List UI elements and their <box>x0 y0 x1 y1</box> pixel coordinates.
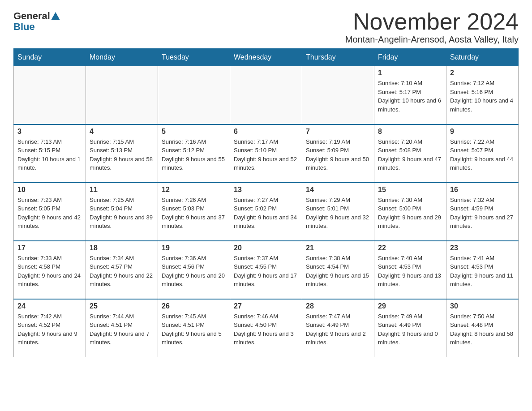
column-header-sunday: Sunday <box>14 49 86 66</box>
day-info: Sunrise: 7:27 AMSunset: 5:02 PMDaylight:… <box>234 196 298 231</box>
calendar-cell: 29Sunrise: 7:49 AMSunset: 4:49 PMDayligh… <box>374 299 446 357</box>
day-number: 4 <box>90 128 154 136</box>
calendar-cell: 22Sunrise: 7:40 AMSunset: 4:53 PMDayligh… <box>374 241 446 299</box>
logo-blue-text: Blue <box>13 21 35 33</box>
calendar-cell: 5Sunrise: 7:16 AMSunset: 5:12 PMDaylight… <box>158 124 230 183</box>
day-info: Sunrise: 7:42 AMSunset: 4:52 PMDaylight:… <box>17 312 82 347</box>
day-info: Sunrise: 7:17 AMSunset: 5:10 PMDaylight:… <box>234 137 298 172</box>
location-title: Montan-Angelin-Arensod, Aosta Valley, It… <box>345 34 519 45</box>
calendar-cell: 27Sunrise: 7:46 AMSunset: 4:50 PMDayligh… <box>230 299 302 357</box>
day-info: Sunrise: 7:20 AMSunset: 5:08 PMDaylight:… <box>378 137 442 172</box>
calendar-cell <box>158 66 230 124</box>
calendar-cell: 11Sunrise: 7:25 AMSunset: 5:04 PMDayligh… <box>86 183 158 241</box>
calendar-cell <box>302 66 374 124</box>
column-header-saturday: Saturday <box>446 49 519 66</box>
day-number: 12 <box>162 186 226 194</box>
day-number: 24 <box>17 302 82 310</box>
logo-triangle-icon <box>51 12 60 20</box>
calendar-cell: 28Sunrise: 7:47 AMSunset: 4:49 PMDayligh… <box>302 299 374 357</box>
day-info: Sunrise: 7:45 AMSunset: 4:51 PMDaylight:… <box>162 312 226 347</box>
title-area: November 2024 Montan-Angelin-Arensod, Ao… <box>345 9 519 45</box>
day-info: Sunrise: 7:19 AMSunset: 5:09 PMDaylight:… <box>306 137 370 172</box>
calendar-table: SundayMondayTuesdayWednesdayThursdayFrid… <box>13 48 519 357</box>
day-info: Sunrise: 7:16 AMSunset: 5:12 PMDaylight:… <box>162 137 226 172</box>
day-info: Sunrise: 7:30 AMSunset: 5:00 PMDaylight:… <box>378 196 442 231</box>
day-info: Sunrise: 7:26 AMSunset: 5:03 PMDaylight:… <box>162 196 226 231</box>
calendar-cell: 2Sunrise: 7:12 AMSunset: 5:16 PMDaylight… <box>446 66 519 124</box>
calendar-cell: 16Sunrise: 7:32 AMSunset: 4:59 PMDayligh… <box>446 183 519 241</box>
column-header-thursday: Thursday <box>302 49 374 66</box>
calendar-week-row: 1Sunrise: 7:10 AMSunset: 5:17 PMDaylight… <box>14 66 519 124</box>
day-info: Sunrise: 7:22 AMSunset: 5:07 PMDaylight:… <box>450 137 515 172</box>
calendar-cell: 18Sunrise: 7:34 AMSunset: 4:57 PMDayligh… <box>86 241 158 299</box>
day-number: 6 <box>234 128 298 136</box>
day-info: Sunrise: 7:49 AMSunset: 4:49 PMDaylight:… <box>378 312 442 347</box>
calendar-cell <box>14 66 86 124</box>
day-info: Sunrise: 7:13 AMSunset: 5:15 PMDaylight:… <box>17 137 82 172</box>
day-number: 14 <box>306 186 370 194</box>
day-number: 28 <box>306 302 370 310</box>
day-info: Sunrise: 7:32 AMSunset: 4:59 PMDaylight:… <box>450 196 515 231</box>
day-info: Sunrise: 7:12 AMSunset: 5:16 PMDaylight:… <box>450 79 515 114</box>
day-info: Sunrise: 7:37 AMSunset: 4:55 PMDaylight:… <box>234 254 298 289</box>
calendar-cell <box>86 66 158 124</box>
calendar-cell: 8Sunrise: 7:20 AMSunset: 5:08 PMDaylight… <box>374 124 446 183</box>
calendar-cell: 26Sunrise: 7:45 AMSunset: 4:51 PMDayligh… <box>158 299 230 357</box>
day-number: 2 <box>450 69 515 77</box>
day-number: 3 <box>17 128 82 136</box>
day-number: 17 <box>17 244 82 252</box>
day-number: 25 <box>90 302 154 310</box>
calendar-cell: 10Sunrise: 7:23 AMSunset: 5:05 PMDayligh… <box>14 183 86 241</box>
day-info: Sunrise: 7:23 AMSunset: 5:05 PMDaylight:… <box>17 196 82 231</box>
day-number: 1 <box>378 69 442 77</box>
day-number: 10 <box>17 186 82 194</box>
day-number: 27 <box>234 302 298 310</box>
calendar-cell <box>230 66 302 124</box>
page-header: General Blue November 2024 Montan-Angeli… <box>13 9 519 45</box>
calendar-cell: 1Sunrise: 7:10 AMSunset: 5:17 PMDaylight… <box>374 66 446 124</box>
day-info: Sunrise: 7:47 AMSunset: 4:49 PMDaylight:… <box>306 312 370 347</box>
calendar-week-row: 3Sunrise: 7:13 AMSunset: 5:15 PMDaylight… <box>14 124 519 183</box>
day-info: Sunrise: 7:33 AMSunset: 4:58 PMDaylight:… <box>17 254 82 289</box>
day-info: Sunrise: 7:25 AMSunset: 5:04 PMDaylight:… <box>90 196 154 231</box>
calendar-cell: 13Sunrise: 7:27 AMSunset: 5:02 PMDayligh… <box>230 183 302 241</box>
calendar-cell: 21Sunrise: 7:38 AMSunset: 4:54 PMDayligh… <box>302 241 374 299</box>
day-number: 21 <box>306 244 370 252</box>
day-info: Sunrise: 7:44 AMSunset: 4:51 PMDaylight:… <box>90 312 154 347</box>
day-info: Sunrise: 7:34 AMSunset: 4:57 PMDaylight:… <box>90 254 154 289</box>
calendar-cell: 7Sunrise: 7:19 AMSunset: 5:09 PMDaylight… <box>302 124 374 183</box>
day-number: 11 <box>90 186 154 194</box>
calendar-cell: 6Sunrise: 7:17 AMSunset: 5:10 PMDaylight… <box>230 124 302 183</box>
calendar-cell: 25Sunrise: 7:44 AMSunset: 4:51 PMDayligh… <box>86 299 158 357</box>
day-info: Sunrise: 7:10 AMSunset: 5:17 PMDaylight:… <box>378 79 442 114</box>
day-info: Sunrise: 7:36 AMSunset: 4:56 PMDaylight:… <box>162 254 226 289</box>
day-info: Sunrise: 7:29 AMSunset: 5:01 PMDaylight:… <box>306 196 370 231</box>
calendar-cell: 3Sunrise: 7:13 AMSunset: 5:15 PMDaylight… <box>14 124 86 183</box>
day-number: 13 <box>234 186 298 194</box>
day-number: 18 <box>90 244 154 252</box>
calendar-cell: 24Sunrise: 7:42 AMSunset: 4:52 PMDayligh… <box>14 299 86 357</box>
day-info: Sunrise: 7:46 AMSunset: 4:50 PMDaylight:… <box>234 312 298 347</box>
calendar-week-row: 24Sunrise: 7:42 AMSunset: 4:52 PMDayligh… <box>14 299 519 357</box>
calendar-cell: 19Sunrise: 7:36 AMSunset: 4:56 PMDayligh… <box>158 241 230 299</box>
calendar-cell: 4Sunrise: 7:15 AMSunset: 5:13 PMDaylight… <box>86 124 158 183</box>
day-number: 9 <box>450 128 515 136</box>
day-number: 30 <box>450 302 515 310</box>
calendar-cell: 14Sunrise: 7:29 AMSunset: 5:01 PMDayligh… <box>302 183 374 241</box>
calendar-cell: 20Sunrise: 7:37 AMSunset: 4:55 PMDayligh… <box>230 241 302 299</box>
calendar-cell: 17Sunrise: 7:33 AMSunset: 4:58 PMDayligh… <box>14 241 86 299</box>
column-header-monday: Monday <box>86 49 158 66</box>
calendar-cell: 12Sunrise: 7:26 AMSunset: 5:03 PMDayligh… <box>158 183 230 241</box>
calendar-header-row: SundayMondayTuesdayWednesdayThursdayFrid… <box>14 49 519 66</box>
day-info: Sunrise: 7:40 AMSunset: 4:53 PMDaylight:… <box>378 254 442 289</box>
logo: General Blue <box>13 9 61 33</box>
day-number: 7 <box>306 128 370 136</box>
column-header-wednesday: Wednesday <box>230 49 302 66</box>
day-info: Sunrise: 7:38 AMSunset: 4:54 PMDaylight:… <box>306 254 370 289</box>
day-info: Sunrise: 7:15 AMSunset: 5:13 PMDaylight:… <box>90 137 154 172</box>
day-info: Sunrise: 7:41 AMSunset: 4:53 PMDaylight:… <box>450 254 515 289</box>
day-number: 5 <box>162 128 226 136</box>
logo-general-text: General <box>13 11 50 21</box>
calendar-week-row: 17Sunrise: 7:33 AMSunset: 4:58 PMDayligh… <box>14 241 519 299</box>
day-number: 22 <box>378 244 442 252</box>
